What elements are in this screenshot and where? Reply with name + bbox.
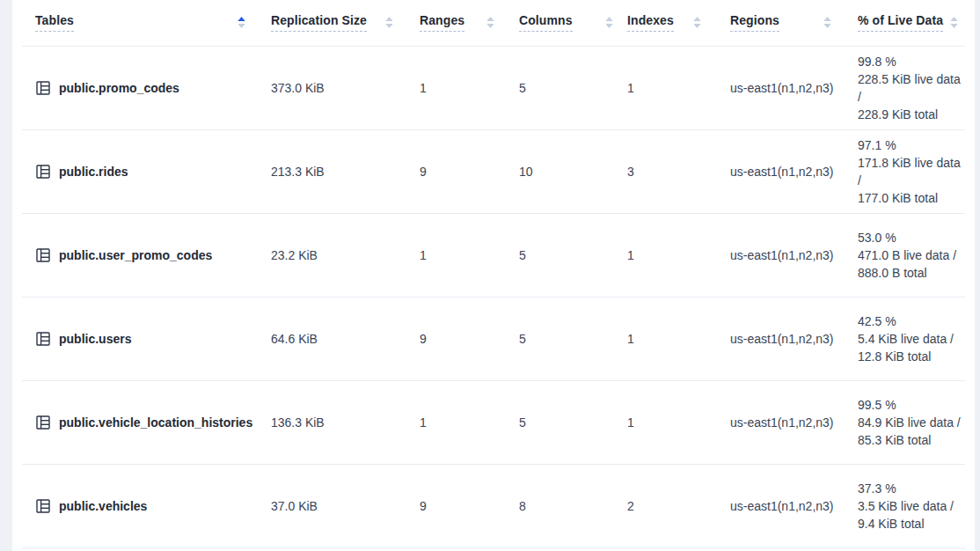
- indexes-value: 1: [620, 46, 708, 129]
- caret-down-icon: [385, 24, 393, 28]
- live-data-detail: 12.8 KiB total: [858, 348, 965, 365]
- regions-value: us-east1(n1,n2,n3): [708, 380, 838, 464]
- regions-value: us-east1(n1,n2,n3): [708, 129, 838, 213]
- live-data-percent: 99.8 %: [858, 53, 965, 70]
- caret-up-icon: [693, 17, 701, 21]
- live-data-percent: 97.1 %: [858, 136, 965, 154]
- column-header-label[interactable]: % of Live Data: [858, 13, 943, 32]
- column-header-label[interactable]: Indexes: [627, 13, 674, 32]
- column-header-regions[interactable]: Regions: [708, 0, 838, 46]
- sort-carets[interactable]: [238, 17, 245, 28]
- replication-size-value: 373.0 KiB: [252, 46, 400, 129]
- caret-down-icon: [605, 24, 613, 28]
- sort-carets[interactable]: [605, 17, 613, 28]
- columns-value: 8: [501, 464, 620, 547]
- column-header-ranges[interactable]: Ranges: [400, 0, 501, 46]
- regions-value: us-east1(n1,n2,n3): [708, 297, 838, 380]
- table-icon: [35, 498, 51, 514]
- caret-down-icon: [238, 24, 245, 28]
- caret-down-icon: [823, 24, 831, 28]
- caret-up-icon: [950, 17, 958, 21]
- ranges-value: 1: [400, 380, 501, 464]
- live-data-detail: 85.3 KiB total: [858, 431, 965, 449]
- sort-carets[interactable]: [823, 17, 831, 28]
- indexes-value: 1: [620, 297, 708, 380]
- sort-carets[interactable]: [385, 17, 393, 28]
- ranges-value: 9: [400, 297, 501, 380]
- caret-up-icon: [238, 17, 245, 21]
- caret-down-icon: [950, 24, 958, 28]
- table-row[interactable]: public.vehicles 37.0 KiB 9 8 2 us-east1(…: [22, 464, 965, 547]
- live-data-detail: 228.9 KiB total: [858, 106, 965, 123]
- column-header-indexes[interactable]: Indexes: [620, 0, 708, 46]
- table-row[interactable]: public.promo_codes 373.0 KiB 1 5 1 us-ea…: [22, 46, 965, 129]
- table-header-row: Tables Replication Size: [22, 0, 965, 46]
- ranges-value: 9: [400, 464, 501, 547]
- column-header-label[interactable]: Replication Size: [271, 13, 367, 32]
- caret-up-icon: [385, 17, 393, 21]
- columns-value: 10: [501, 129, 620, 213]
- table-icon: [35, 164, 51, 180]
- live-data-percent: 37.3 %: [858, 480, 965, 497]
- live-data-detail: 84.9 KiB live data /: [858, 414, 965, 431]
- regions-value: us-east1(n1,n2,n3): [708, 464, 838, 547]
- table-name-link[interactable]: public.rides: [59, 165, 128, 179]
- live-data-detail: 3.5 KiB live data /: [858, 497, 965, 515]
- ranges-value: 1: [400, 46, 501, 129]
- columns-value: 5: [501, 380, 620, 464]
- indexes-value: 1: [620, 213, 708, 297]
- caret-up-icon: [823, 17, 831, 21]
- replication-size-value: 64.6 KiB: [252, 297, 400, 380]
- sort-carets[interactable]: [693, 17, 701, 28]
- sort-carets[interactable]: [486, 17, 494, 28]
- regions-value: us-east1(n1,n2,n3): [708, 46, 838, 129]
- table-icon: [35, 80, 51, 96]
- table-name-link[interactable]: public.vehicle_location_histories: [59, 415, 252, 430]
- table-icon: [35, 415, 51, 430]
- replication-size-value: 23.2 KiB: [252, 213, 400, 297]
- columns-value: 5: [501, 297, 620, 380]
- column-header-tables[interactable]: Tables: [22, 0, 252, 46]
- table-row[interactable]: public.rides 213.3 KiB 9 10 3 us-east1(n…: [22, 129, 965, 213]
- live-data-detail: 5.4 KiB live data /: [858, 330, 965, 348]
- indexes-value: 1: [620, 380, 708, 464]
- column-header-label[interactable]: Tables: [35, 13, 74, 32]
- replication-size-value: 37.0 KiB: [252, 464, 400, 547]
- columns-value: 5: [501, 46, 620, 129]
- database-tables-table: Tables Replication Size: [22, 0, 965, 548]
- column-header-label[interactable]: Regions: [730, 13, 779, 32]
- table-icon: [35, 331, 51, 347]
- sort-carets[interactable]: [950, 17, 958, 28]
- live-data-detail: 171.8 KiB live data /: [858, 154, 965, 189]
- replication-size-value: 136.3 KiB: [252, 380, 400, 464]
- live-data-percent: 42.5 %: [858, 312, 965, 330]
- live-data-detail: 228.5 KiB live data /: [858, 70, 965, 106]
- live-data-percent: 99.5 %: [858, 396, 965, 414]
- ranges-value: 9: [400, 129, 501, 213]
- table-row[interactable]: public.users 64.6 KiB 9 5 1 us-east1(n1,…: [22, 297, 965, 380]
- tables-list-card: Tables Replication Size: [12, 0, 975, 551]
- live-data-detail: 9.4 KiB total: [858, 515, 965, 533]
- table-row[interactable]: public.user_promo_codes 23.2 KiB 1 5 1 u…: [22, 213, 965, 297]
- live-data-percent: 53.0 %: [858, 229, 965, 246]
- live-data-detail: 471.0 B live data /: [858, 246, 965, 264]
- column-header-label[interactable]: Ranges: [420, 13, 464, 32]
- indexes-value: 2: [620, 464, 708, 547]
- table-name-link[interactable]: public.users: [59, 332, 131, 346]
- regions-value: us-east1(n1,n2,n3): [708, 213, 838, 297]
- column-header-label[interactable]: Columns: [519, 13, 573, 32]
- column-header-replication-size[interactable]: Replication Size: [252, 0, 400, 46]
- column-header-live-data[interactable]: % of Live Data: [838, 0, 965, 46]
- caret-up-icon: [605, 17, 613, 21]
- caret-up-icon: [486, 17, 494, 21]
- table-name-link[interactable]: public.vehicles: [59, 499, 147, 513]
- caret-down-icon: [693, 24, 701, 28]
- column-header-columns[interactable]: Columns: [501, 0, 620, 46]
- columns-value: 5: [501, 213, 620, 297]
- indexes-value: 3: [620, 129, 708, 213]
- table-name-link[interactable]: public.user_promo_codes: [59, 248, 212, 262]
- ranges-value: 1: [400, 213, 501, 297]
- table-row[interactable]: public.vehicle_location_histories 136.3 …: [22, 380, 965, 464]
- replication-size-value: 213.3 KiB: [252, 129, 400, 213]
- table-name-link[interactable]: public.promo_codes: [59, 81, 179, 95]
